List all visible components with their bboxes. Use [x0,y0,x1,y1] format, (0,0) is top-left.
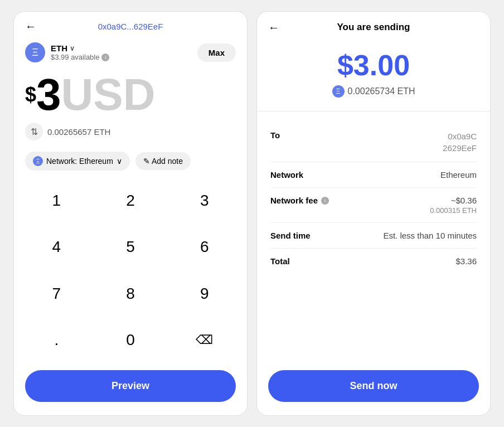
detail-row-to: To 0x0a9C 2629EeF [270,123,477,162]
network-chevron-icon: ∨ [117,157,122,166]
details-section: To 0x0a9C 2629EeF Network Ethereum Netwo… [257,111,490,363]
add-note-label: ✎ Add note [143,157,183,166]
amount-display: $ 3 USD [14,67,247,119]
numpad-backspace-button[interactable]: ⌫ [167,317,241,364]
detail-row-fee: Network fee i ~$0.36 0.000315 ETH [270,188,477,223]
amount-number: 3 [36,72,61,117]
left-panel: ← 0x0a9C...629EeF Ξ ETH ∨ $3.99 availabl… [13,11,248,416]
token-chevron-icon: ∨ [70,45,75,52]
eth-equivalent-row: ⇅ 0.00265657 ETH [14,119,247,147]
network-selector-button[interactable]: Ξ Network: Ethereum ∨ [25,152,130,171]
recipient-address[interactable]: 0x0a9C...629EeF [98,22,163,31]
numpad-key-3[interactable]: 3 [167,177,241,224]
available-info-icon[interactable]: i [101,54,109,61]
fee-label: Network fee [270,196,318,205]
dollar-sign: $ [25,85,36,105]
token-name-row: ETH ∨ $3.99 available i [51,43,109,61]
max-button[interactable]: Max [197,43,236,62]
right-header: ← You are sending [257,12,490,40]
network-label: Network: Ethereum [46,157,113,166]
token-available: $3.99 available i [51,53,109,61]
send-eth-row: Ξ 0.00265734 ETH [332,85,415,98]
network-detail-label: Network [270,170,303,179]
send-amount-section: $3.00 Ξ 0.00265734 ETH [257,40,490,111]
network-eth-icon: Ξ [33,156,43,166]
network-detail-value: Ethereum [440,170,477,179]
backspace-icon: ⌫ [196,333,213,347]
fee-usd-value: ~$0.36 [430,196,477,205]
send-now-button[interactable]: Send now [268,370,479,402]
eth-icon: Ξ [25,42,45,62]
numpad-key-5[interactable]: 5 [94,224,168,271]
numpad-key-6[interactable]: 6 [167,224,241,271]
total-value: $3.36 [455,256,477,266]
send-usd-amount: $3.00 [337,51,410,80]
fee-info-icon[interactable]: i [321,197,329,205]
to-label: To [270,130,280,140]
options-row: Ξ Network: Ethereum ∨ ✎ Add note [14,147,247,177]
add-note-button[interactable]: ✎ Add note [135,152,191,170]
numpad-key-0[interactable]: 0 [94,317,168,364]
right-panel: ← You are sending $3.00 Ξ 0.00265734 ETH… [256,11,491,416]
right-title: You are sending [337,22,410,33]
send-eth-icon: Ξ [332,85,345,98]
right-back-button[interactable]: ← [268,21,279,34]
numpad-key-1[interactable]: 1 [20,177,94,224]
numpad-key-4[interactable]: 4 [20,224,94,271]
numpad-key-2[interactable]: 2 [94,177,168,224]
detail-row-network: Network Ethereum [270,162,477,188]
left-back-button[interactable]: ← [25,20,36,33]
amount-currency: USD [61,72,156,117]
total-label: Total [270,256,290,266]
token-info: Ξ ETH ∨ $3.99 available i [25,42,109,62]
numpad-key-9[interactable]: 9 [167,270,241,317]
token-row: Ξ ETH ∨ $3.99 available i Max [14,38,247,67]
preview-button[interactable]: Preview [25,370,236,402]
swap-currency-button[interactable]: ⇅ [25,123,43,140]
detail-row-total: Total $3.36 [270,249,477,274]
send-time-label: Send time [270,231,311,240]
numpad: 1 2 3 4 5 6 7 8 9 . 0 ⌫ [14,177,247,363]
numpad-key-8[interactable]: 8 [94,270,168,317]
token-selector[interactable]: ETH ∨ [51,43,109,53]
numpad-key-dot[interactable]: . [20,317,94,364]
to-address-line1: 0x0a9C [443,130,477,142]
token-name-label: ETH [51,43,67,53]
to-address-line2: 2629EeF [443,142,477,154]
eth-amount-text: 0.00265657 ETH [47,127,110,137]
send-eth-text: 0.00265734 ETH [348,86,415,96]
fee-label-row: Network fee i [270,196,329,205]
numpad-key-7[interactable]: 7 [20,270,94,317]
fee-eth-value: 0.000315 ETH [430,206,477,215]
send-time-value: Est. less than 10 minutes [383,231,477,240]
left-header: ← 0x0a9C...629EeF [14,12,247,38]
detail-row-send-time: Send time Est. less than 10 minutes [270,223,477,249]
